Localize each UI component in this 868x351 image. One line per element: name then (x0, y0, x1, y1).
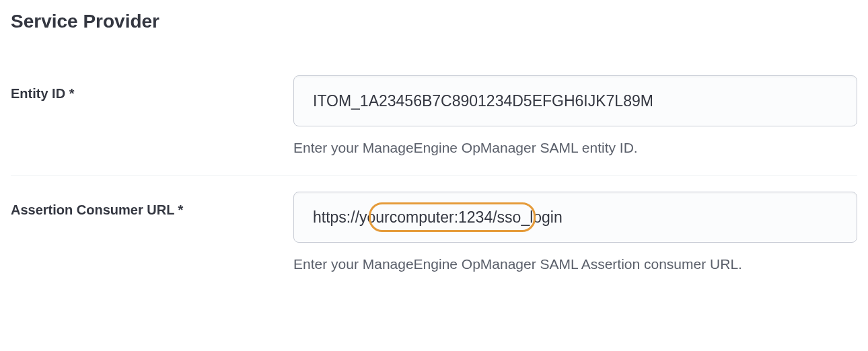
acs-url-label-col: Assertion Consumer URL * (11, 192, 293, 218)
acs-url-help: Enter your ManageEngine OpManager SAML A… (293, 256, 857, 272)
acs-url-label: Assertion Consumer URL * (11, 202, 183, 217)
acs-url-field-col: Enter your ManageEngine OpManager SAML A… (293, 192, 857, 272)
entity-id-field-col: Enter your ManageEngine OpManager SAML e… (293, 75, 857, 156)
section-title: Service Provider (11, 11, 857, 32)
entity-id-label: Entity ID * (11, 86, 74, 101)
entity-id-input[interactable] (293, 75, 857, 126)
acs-url-input[interactable] (293, 192, 857, 243)
entity-id-label-col: Entity ID * (11, 75, 293, 102)
entity-id-row: Entity ID * Enter your ManageEngine OpMa… (11, 59, 857, 175)
acs-url-row: Assertion Consumer URL * Enter your Mana… (11, 175, 857, 291)
entity-id-help: Enter your ManageEngine OpManager SAML e… (293, 140, 857, 156)
